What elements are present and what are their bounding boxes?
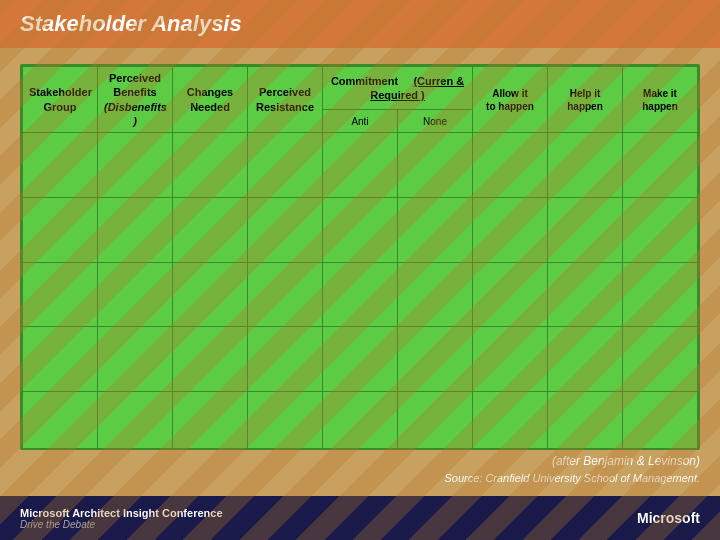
background-overlay — [0, 0, 720, 540]
page: Stakeholder Analysis StakeholderGroup Pe… — [0, 0, 720, 540]
